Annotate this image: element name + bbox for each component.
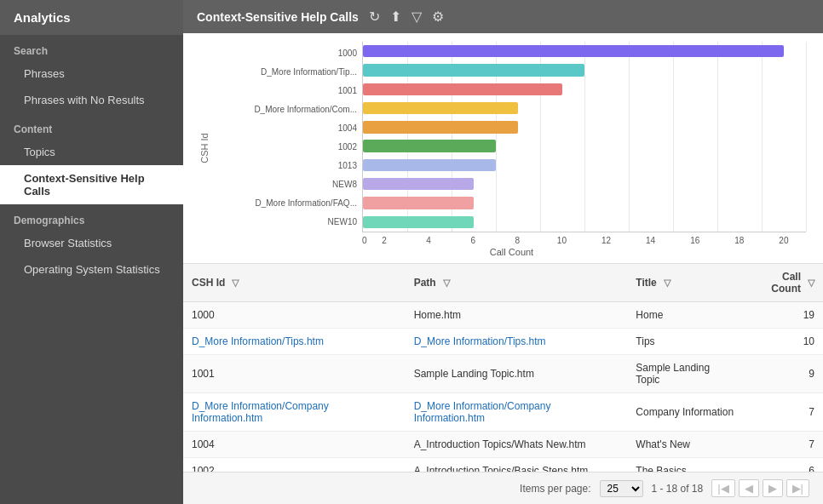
y-tick-labels: 1000D_More Information/Tip...1001D_More … (217, 42, 362, 232)
cell-csh-id-0: 1000 (183, 302, 406, 329)
cell-count-5: 6 (742, 458, 823, 472)
th-path: Path▽ (406, 264, 628, 302)
items-per-page-label: Items per page: (520, 483, 590, 495)
chart-inner: 1000D_More Information/Tip...1001D_More … (217, 42, 806, 255)
bars-area: 1000D_More Information/Tip...1001D_More … (217, 42, 806, 232)
settings-icon[interactable]: ⚙ (432, 9, 444, 25)
main-header-title: Context-Sensitive Help Calls (197, 10, 359, 24)
pagination: Items per page: 2550100 1 - 18 of 18 |◀ … (183, 472, 823, 504)
y-axis-label: CSH Id (199, 133, 210, 163)
y-label-1000: 1000 (338, 43, 357, 62)
data-table: CSH Id▽Path▽Title▽Call Count▽ 1000Home.h… (183, 264, 823, 472)
cell-title-1: Tips (627, 329, 742, 355)
sidebar-item-csh-calls[interactable]: Context-Sensitive Help Calls (0, 165, 183, 204)
table-body: 1000Home.htmHome19D_More Information/Tip… (183, 302, 823, 472)
bar-9 (363, 216, 474, 228)
first-page-button[interactable]: |◀ (711, 479, 734, 497)
cell-count-3: 7 (742, 393, 823, 432)
y-label-1001: 1001 (338, 81, 357, 100)
last-page-button[interactable]: ▶| (786, 479, 809, 497)
table-row: 1000Home.htmHome19 (183, 302, 823, 329)
th-title: Title▽ (627, 264, 742, 302)
cell-path-4: A_Introduction Topics/Whats New.htm (406, 432, 628, 458)
cell-path-2: Sample Landing Topic.htm (406, 355, 628, 393)
cell-title-0: Home (627, 302, 742, 329)
th-filter-icon-call-count[interactable]: ▽ (808, 278, 814, 289)
items-per-page-select[interactable]: 2550100 (600, 480, 643, 497)
bar-row-9 (363, 213, 806, 232)
bar-8 (363, 197, 474, 209)
cell-count-2: 9 (742, 355, 823, 393)
th-label-csh-id: CSH Id (192, 277, 225, 289)
bar-1 (363, 64, 584, 76)
x-tick-8: 16 (673, 236, 717, 245)
th-filter-icon-path[interactable]: ▽ (443, 278, 450, 289)
th-label-call-count: Call Count (751, 271, 801, 295)
table-row: 1002A_Introduction Topics/Basic Steps.ht… (183, 458, 823, 472)
next-page-button[interactable]: ▶ (763, 479, 783, 497)
chart-area: CSH Id 1000D_More Information/Tip...1001… (183, 33, 823, 263)
cell-title-5: The Basics (627, 458, 742, 472)
x-axis-title: Call Count (217, 247, 806, 257)
main-content: Context-Sensitive Help Calls ↻ ⬆ ▽ ⚙ CSH… (183, 0, 823, 504)
prev-page-button[interactable]: ◀ (739, 479, 759, 497)
x-tick-6: 12 (584, 236, 628, 245)
th-filter-icon-title[interactable]: ▽ (664, 278, 670, 289)
bar-row-2 (363, 80, 806, 99)
th-filter-icon-csh-id[interactable]: ▽ (232, 278, 239, 289)
x-tick-9: 18 (717, 236, 762, 245)
bar-row-1 (363, 60, 806, 79)
sidebar-item-browser-stats[interactable]: Browser Statistics (0, 230, 183, 256)
y-label-D-More-Information-Com---: D_More Information/Com... (254, 100, 357, 118)
x-tick-10: 20 (762, 236, 806, 245)
sidebar-item-os-stats[interactable]: Operating System Statistics (0, 256, 183, 283)
sidebar: Analytics SearchPhrasesPhrases with No R… (0, 0, 183, 504)
bar-5 (363, 140, 496, 152)
cell-csh-id-4: 1004 (183, 432, 406, 458)
x-tick-7: 14 (629, 236, 673, 245)
x-tick-5: 10 (539, 236, 584, 245)
th-call-count: Call Count▽ (742, 264, 823, 302)
y-label-1002: 1002 (338, 137, 357, 156)
sidebar-section-label: Demographics (0, 204, 183, 230)
sidebar-section-label: Content (0, 113, 183, 139)
bar-0 (363, 45, 784, 57)
sidebar-item-phrases[interactable]: Phrases (0, 60, 183, 87)
x-tick-1: 2 (362, 236, 406, 245)
refresh-icon[interactable]: ↻ (369, 9, 380, 25)
export-icon[interactable]: ⬆ (390, 9, 401, 25)
th-csh-id: CSH Id▽ (183, 264, 406, 302)
y-label-NEW8: NEW8 (332, 175, 357, 193)
y-label-NEW10: NEW10 (328, 212, 357, 231)
table-row: D_More Information/Tips.htmD_More Inform… (183, 329, 823, 355)
y-label-D-More-Information-FAQ---: D_More Information/FAQ... (256, 193, 358, 212)
cell-count-0: 19 (742, 302, 823, 329)
table-area[interactable]: CSH Id▽Path▽Title▽Call Count▽ 1000Home.h… (183, 263, 823, 472)
bar-row-8 (363, 193, 806, 212)
sidebar-item-phrases-no-results[interactable]: Phrases with No Results (0, 87, 183, 113)
cell-csh-id-1: D_More Information/Tips.htm (183, 329, 406, 355)
bar-4 (363, 121, 518, 133)
filter-icon[interactable]: ▽ (412, 9, 422, 25)
cell-path-3: D_More Information/Company Information.h… (406, 393, 628, 432)
cell-path-5: A_Introduction Topics/Basic Steps.htm (406, 458, 628, 472)
cell-path-0: Home.htm (406, 302, 628, 329)
bar-row-3 (363, 99, 806, 117)
x-tick-2: 4 (406, 236, 451, 245)
sidebar-title: Analytics (0, 0, 183, 35)
y-label-D-More-Information-Tip---: D_More Information/Tip... (261, 62, 357, 81)
x-axis-labels: 02468101214161820 (362, 232, 806, 245)
bar-row-0 (363, 42, 806, 60)
cell-count-4: 7 (742, 432, 823, 458)
cell-title-4: What's New (627, 432, 742, 458)
table-row: 1004A_Introduction Topics/Whats New.htmW… (183, 432, 823, 458)
cell-title-3: Company Information (627, 393, 742, 432)
sidebar-section-label: Search (0, 35, 183, 60)
table-head: CSH Id▽Path▽Title▽Call Count▽ (183, 264, 823, 302)
pagination-nav: |◀ ◀ ▶ ▶| (711, 479, 809, 497)
x-tick-3: 6 (451, 236, 495, 245)
y-label-1004: 1004 (338, 118, 357, 137)
cell-csh-id-2: 1001 (183, 355, 406, 393)
pagination-range: 1 - 18 of 18 (652, 483, 704, 495)
sidebar-item-topics[interactable]: Topics (0, 139, 183, 165)
